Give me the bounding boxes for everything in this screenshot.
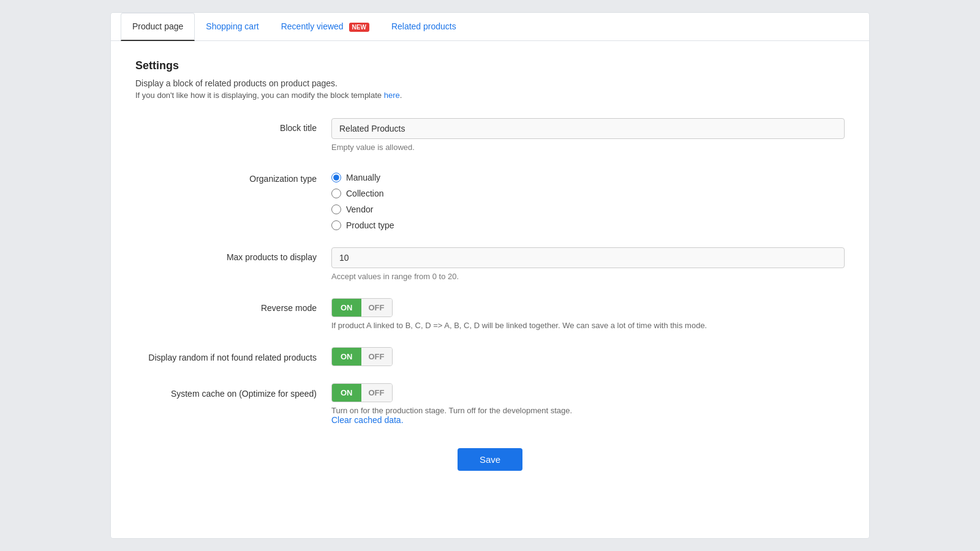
display-random-label: Display random if not found related prod… [135,347,331,364]
block-title-control: Empty value is allowed. [331,118,845,152]
settings-description-2: If you don't like how it is displaying, … [135,91,845,100]
save-button[interactable]: Save [458,448,522,471]
display-random-toggle-wrap: ON OFF [331,347,845,366]
system-cache-row: System cache on (Optimize for speed) ON … [135,383,845,425]
clear-cache-link[interactable]: Clear cached data. [331,415,404,425]
system-cache-on[interactable]: ON [332,384,361,402]
organization-type-radio-group: Manually Collection Vendor Product type [331,169,845,230]
reverse-mode-toggle-wrap: ON OFF [331,298,845,317]
radio-product-type[interactable]: Product type [331,220,845,230]
reverse-mode-control: ON OFF If product A linked to B, C, D =>… [331,298,845,330]
organization-type-label: Organization type [135,169,331,184]
radio-manually[interactable]: Manually [331,173,845,182]
reverse-mode-on[interactable]: ON [332,299,361,317]
block-title-hint: Empty value is allowed. [331,143,845,152]
max-products-row: Max products to display Accept values in… [135,247,845,281]
max-products-hint: Accept values in range from 0 to 20. [331,272,845,281]
tab-shopping-cart[interactable]: Shopping cart [195,13,270,41]
tabs-bar: Product page Shopping cart Recently view… [111,13,869,41]
display-random-row: Display random if not found related prod… [135,347,845,366]
page-container: Product page Shopping cart Recently view… [110,12,870,539]
template-link[interactable]: here [384,91,400,100]
radio-product-type-input[interactable] [331,220,341,230]
system-cache-off[interactable]: OFF [361,384,392,402]
tab-product-page[interactable]: Product page [121,13,195,41]
display-random-off[interactable]: OFF [361,348,392,365]
radio-vendor-input[interactable] [331,204,341,214]
max-products-input[interactable] [331,247,845,268]
radio-collection-input[interactable] [331,189,341,198]
max-products-control: Accept values in range from 0 to 20. [331,247,845,281]
display-random-control: ON OFF [331,347,845,366]
max-products-label: Max products to display [135,247,331,262]
block-title-input[interactable] [331,118,845,139]
system-cache-label: System cache on (Optimize for speed) [135,383,331,400]
settings-description-1: Display a block of related products on p… [135,78,845,88]
block-title-row: Block title Empty value is allowed. [135,118,845,152]
settings-heading: Settings [135,59,845,72]
system-cache-hint: Turn on for the production stage. Turn o… [331,406,845,415]
radio-collection[interactable]: Collection [331,189,845,198]
display-random-on[interactable]: ON [332,348,361,365]
reverse-mode-label: Reverse mode [135,298,331,313]
radio-vendor[interactable]: Vendor [331,204,845,214]
reverse-mode-toggle[interactable]: ON OFF [331,298,393,317]
display-random-toggle[interactable]: ON OFF [331,347,393,366]
reverse-mode-hint: If product A linked to B, C, D => A, B, … [331,321,845,330]
reverse-mode-off[interactable]: OFF [361,299,392,317]
settings-content: Settings Display a block of related prod… [111,41,869,489]
recently-viewed-badge: NEW [349,23,369,32]
save-row: Save [135,442,845,471]
system-cache-control: ON OFF Turn on for the production stage.… [331,383,845,425]
reverse-mode-row: Reverse mode ON OFF If product A linked … [135,298,845,330]
block-title-label: Block title [135,118,331,133]
organization-type-control: Manually Collection Vendor Product type [331,169,845,230]
system-cache-toggle-wrap: ON OFF [331,383,845,402]
tab-recently-viewed[interactable]: Recently viewed NEW [270,13,380,41]
tab-related-products[interactable]: Related products [380,13,467,41]
radio-manually-input[interactable] [331,173,341,182]
organization-type-row: Organization type Manually Collection Ve… [135,169,845,230]
system-cache-toggle[interactable]: ON OFF [331,383,393,402]
